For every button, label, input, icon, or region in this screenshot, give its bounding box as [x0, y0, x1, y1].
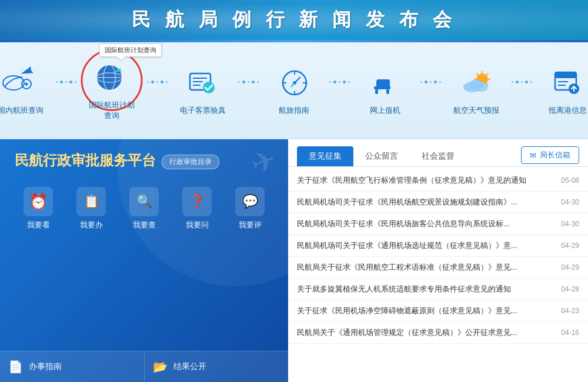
mailbox-button[interactable]: ✉ 局长信箱: [521, 146, 579, 164]
news-title: 关于就多旋翼植保无人机系统适航要求专用条件征求意见的通知: [297, 284, 544, 294]
news-date: 05-08: [561, 176, 579, 185]
nav-btn-check[interactable]: 🔍 我要查: [121, 187, 168, 230]
nav-icon-weather: [456, 65, 497, 100]
mailbox-label: 局长信箱: [540, 150, 570, 160]
nav-item-eticket[interactable]: 电子客票验真: [162, 65, 244, 116]
news-date: 04-30: [561, 220, 579, 228]
news-date: 04-16: [561, 329, 579, 337]
nav-btn-check-label: 我要查: [133, 220, 156, 230]
nav-label-domestic-flight: 国内航班查询: [0, 105, 44, 116]
news-item[interactable]: 关于征求《民用机场净空障碍物遮蔽原则（征求意见稿）》意见... 04-23: [288, 300, 588, 322]
nav-item-travel-guide[interactable]: 航旅指南: [253, 65, 335, 116]
nav-label-online-checkin: 网上值机: [370, 105, 400, 116]
news-list: 关于征求《民用航空飞行标准管理条例（征求意见稿）》意见的通知 05-08 民航局…: [288, 167, 588, 382]
nav-item-weather[interactable]: 航空天气预报: [435, 65, 517, 116]
svg-point-0: [3, 76, 24, 90]
result-icon: 📂: [153, 360, 168, 374]
news-date: 04-28: [561, 285, 579, 293]
svg-rect-19: [386, 89, 389, 94]
nav-label-international-flight: 国际航班计划查询: [89, 100, 135, 121]
right-panel: 意见征集 公众留言 社会监督 ✉ 局长信箱 关于征求《民用航空飞行标准管理条例（…: [288, 139, 588, 382]
nav-label-weather: 航空天气预报: [453, 105, 499, 116]
news-title: 民航局关于《通用机场管理规定（征求意见稿）》公开征求意见...: [297, 327, 544, 338]
nav-item-domestic-flight[interactable]: 国内航班查询: [0, 65, 62, 116]
nav-btn-view-label: 我要看: [27, 220, 50, 230]
nav-btn-rate[interactable]: 💬 我要评: [226, 187, 273, 230]
platform-title-row: 民航行政审批服务平台 行政审批目录: [15, 151, 273, 172]
nav-btn-do[interactable]: 📋 我要办: [68, 187, 115, 230]
news-date: 04-23: [561, 307, 579, 315]
nav-icon-online-checkin: [365, 65, 406, 100]
nav-icon-departure: [547, 65, 588, 100]
tooltip-international: 国际航班计划查询: [99, 43, 162, 57]
nav-icon-eticket: [182, 65, 223, 100]
tab-supervision[interactable]: 社会监督: [410, 146, 466, 166]
bottom-link-guide[interactable]: 📄 办事指南: [0, 351, 145, 382]
nav-buttons-row: ⏰ 我要看 📋 我要办 🔍 我要查 ❓ 我要问 💬 我要评: [0, 178, 288, 239]
header: 民 航 局 例 行 新 闻 发 布 会: [0, 0, 588, 40]
bottom-links-row: 📄 办事指南 📂 结果公开: [0, 351, 288, 382]
news-title: 民航局机场司关于征求《民用机场旅客公共信息导向系统设标...: [297, 219, 544, 229]
news-title: 民航局关于征求《民用航空工程术语标准（征求意见稿）》意见...: [297, 262, 544, 273]
news-date: 04-29: [561, 263, 579, 272]
news-title: 关于征求《民用机场净空障碍物遮蔽原则（征求意见稿）》意见...: [297, 306, 544, 316]
news-date: 04-30: [561, 198, 579, 206]
nav-icon-domestic-flight: [0, 65, 41, 100]
nav-label-departure: 抵离港信息: [549, 105, 587, 116]
tab-opinion[interactable]: 意见征集: [297, 146, 353, 166]
nav-btn-rate-label: 我要评: [239, 220, 262, 230]
bottom-link-result[interactable]: 📂 结果公开: [145, 351, 289, 382]
nav-label-eticket: 电子客票验真: [180, 105, 226, 116]
main-content: ✈ 民航行政审批服务平台 行政审批目录 ⏰ 我要看 📋 我要办 🔍 我要查: [0, 139, 588, 382]
news-date: 04-29: [561, 242, 579, 250]
nav-item-international-flight[interactable]: 国际航班计划查询 国际航班计划查询: [71, 60, 153, 121]
nav-label-travel-guide: 航旅指南: [279, 105, 309, 116]
svg-point-24: [474, 82, 488, 92]
tabs-row: 意见征集 公众留言 社会监督 ✉ 局长信箱: [288, 139, 588, 167]
svg-rect-20: [387, 79, 390, 89]
news-item[interactable]: 关于征求《民用航空飞行标准管理条例（征求意见稿）》意见的通知 05-08: [288, 170, 588, 192]
news-item[interactable]: 民航局机场司关于征求《民用机场航空观景设施规划建设指南》... 04-30: [288, 192, 588, 213]
news-title: 民航局机场司关于征求《通用机场选址规范（征求意见稿）》意...: [297, 240, 544, 251]
nav-icons-container: 国内航班查询 国际航班计划查询: [0, 60, 588, 121]
nav-icon-international-flight: [91, 60, 132, 95]
guide-icon: 📄: [8, 360, 23, 374]
platform-title-main: 民航行政审批服务平台: [15, 151, 156, 170]
nav-btn-ask-icon: ❓: [182, 187, 212, 216]
nav-item-online-checkin[interactable]: 网上值机: [344, 65, 426, 116]
nav-icon-travel-guide: [273, 65, 315, 100]
svg-rect-26: [555, 72, 576, 78]
news-title: 关于征求《民用航空飞行标准管理条例（征求意见稿）》意见的通知: [297, 175, 544, 186]
nav-item-departure[interactable]: 抵离港信息: [526, 65, 588, 116]
svg-rect-16: [376, 79, 388, 88]
nav-btn-check-icon: 🔍: [129, 187, 159, 216]
nav-btn-ask[interactable]: ❓ 我要问: [173, 187, 220, 230]
nav-section: 国内航班查询 国际航班计划查询: [0, 42, 588, 139]
header-title: 民 航 局 例 行 新 闻 发 布 会: [132, 7, 456, 33]
news-title: 民航局机场司关于征求《民用机场航空观景设施规划建设指南》...: [297, 197, 544, 207]
badge-btn[interactable]: 行政审批目录: [162, 155, 219, 169]
nav-btn-do-icon: 📋: [76, 187, 106, 216]
nav-btn-ask-label: 我要问: [186, 220, 209, 230]
news-item[interactable]: 民航局机场司关于征求《民用机场旅客公共信息导向系统设标... 04-30: [288, 213, 588, 235]
left-panel: ✈ 民航行政审批服务平台 行政审批目录 ⏰ 我要看 📋 我要办 🔍 我要查: [0, 139, 288, 382]
tab-comment[interactable]: 公众留言: [353, 146, 410, 166]
nav-btn-rate-icon: 💬: [235, 187, 265, 216]
news-item[interactable]: 民航局关于征求《民用航空工程术语标准（征求意见稿）》意见... 04-29: [288, 257, 588, 279]
result-label: 结果公开: [173, 361, 206, 372]
left-panel-header: 民航行政审批服务平台 行政审批目录: [0, 139, 288, 178]
nav-btn-do-label: 我要办: [80, 220, 103, 230]
guide-label: 办事指南: [29, 361, 62, 372]
nav-btn-view[interactable]: ⏰ 我要看: [15, 187, 62, 230]
news-item[interactable]: 民航局机场司关于征求《通用机场选址规范（征求意见稿）》意... 04-29: [288, 235, 588, 257]
mailbox-icon: ✉: [530, 151, 536, 160]
news-item[interactable]: 关于就多旋翼植保无人机系统适航要求专用条件征求意见的通知 04-28: [288, 279, 588, 300]
news-item[interactable]: 民航局关于《通用机场管理规定（征求意见稿）》公开征求意见... 04-16: [288, 322, 588, 344]
svg-rect-18: [375, 89, 378, 94]
nav-btn-view-icon: ⏰: [24, 187, 53, 216]
